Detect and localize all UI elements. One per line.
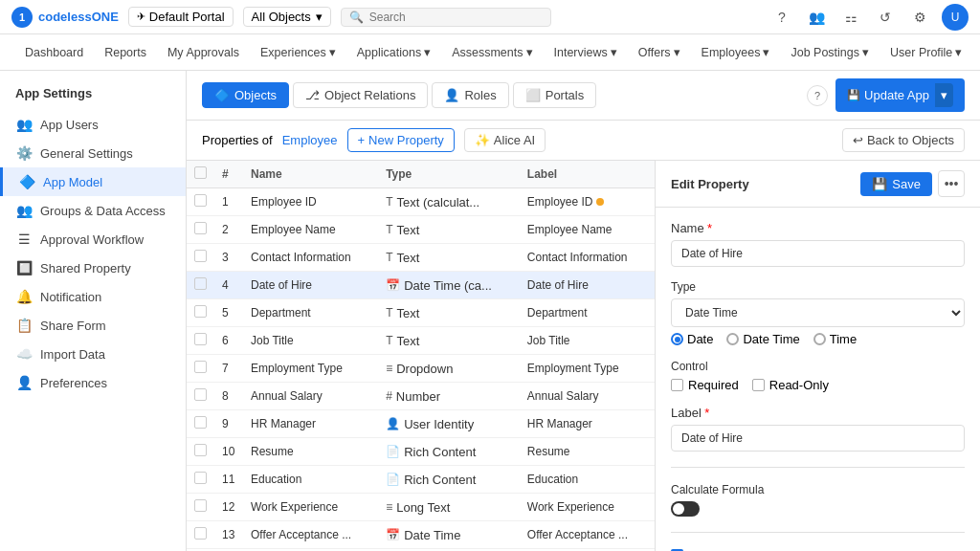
row-checkbox[interactable] [194, 472, 207, 484]
label-input[interactable] [671, 425, 965, 452]
row-checkbox[interactable] [194, 250, 207, 262]
name-input[interactable] [671, 240, 965, 267]
update-app-arrow[interactable]: ▾ [935, 83, 953, 107]
table-row[interactable]: 13 Offer Acceptance ... 📅 Date Time Offe… [187, 521, 655, 549]
update-app-button[interactable]: 💾 Update App ▾ [835, 78, 965, 112]
row-checkbox[interactable] [194, 222, 207, 234]
help-btn[interactable]: ? [769, 5, 794, 30]
search-bar[interactable]: 🔍 [341, 8, 551, 27]
row-checkbox[interactable] [194, 527, 207, 540]
row-label: Contact Information [520, 244, 655, 272]
tab-portals[interactable]: ⬜ Portals [513, 82, 596, 108]
all-objects-label: All Objects [252, 10, 311, 24]
nav-experiences[interactable]: Experiences ▾ [251, 39, 345, 65]
row-name: Employee ID [243, 188, 378, 216]
row-type: 📅 Date Time (ca... [378, 272, 520, 299]
table-row[interactable]: 12 Work Experience ≡ Long Text Work Expe… [187, 494, 655, 521]
nav-assessments[interactable]: Assessments ▾ [442, 39, 542, 65]
table-row[interactable]: 3 Contact Information T Text Contact Inf… [187, 244, 655, 272]
more-options-button[interactable]: ••• [938, 170, 965, 197]
toggle-knob [673, 503, 684, 515]
search-input[interactable] [369, 11, 543, 24]
sidebar-item-shared-property[interactable]: 🔲 Shared Property [0, 253, 186, 282]
select-all-checkbox[interactable] [194, 166, 207, 179]
sidebar-item-general-settings[interactable]: ⚙️ General Settings [0, 139, 186, 167]
all-objects-selector[interactable]: All Objects ▾ [243, 7, 331, 27]
row-checkbox[interactable] [194, 388, 207, 401]
sidebar-item-share-form[interactable]: 📋 Share Form [0, 311, 186, 340]
row-checkbox[interactable] [194, 444, 207, 456]
users-btn[interactable]: 👥 [804, 5, 829, 30]
required-cb [671, 379, 683, 391]
users-icon: 👥 [15, 117, 33, 132]
sidebar-item-import-data[interactable]: ☁️ Import Data [0, 340, 186, 368]
sidebar-item-preferences[interactable]: 👤 Preferences [0, 368, 186, 397]
table-row[interactable]: 9 HR Manager 👤 User Identity HR Manager [187, 410, 655, 438]
required-checkbox[interactable]: Required [671, 378, 739, 392]
row-checkbox[interactable] [194, 499, 207, 512]
row-label: HR Manager [520, 410, 655, 438]
apps-btn[interactable]: ⚏ [838, 5, 863, 30]
table-row[interactable]: 7 Employment Type ≡ Dropdown Employment … [187, 355, 655, 383]
portal-selector[interactable]: ✈ Default Portal [128, 7, 234, 27]
nav-user-profile[interactable]: User Profile ▾ [880, 39, 971, 65]
table-row[interactable]: 11 Education 📄 Rich Content Education [187, 466, 655, 494]
readonly-checkbox[interactable]: Read-Only [752, 378, 829, 392]
row-checkbox[interactable] [194, 305, 207, 318]
row-type: # Number [378, 383, 520, 410]
col-label: Label [520, 161, 655, 188]
row-checkbox[interactable] [194, 277, 207, 290]
sidebar-item-groups-data-access[interactable]: 👥 Groups & Data Access [0, 196, 186, 225]
table-row[interactable]: 8 Annual Salary # Number Annual Salary [187, 383, 655, 410]
nav-interviews[interactable]: Interviews ▾ [545, 39, 627, 65]
sidebar-item-approval-workflow[interactable]: ☰ Approval Workflow [0, 225, 186, 253]
nav-reports[interactable]: Reports [95, 40, 156, 65]
row-name: Work Experience [243, 494, 378, 521]
save-button[interactable]: 💾 Save [860, 172, 932, 196]
user-avatar[interactable]: U [942, 4, 969, 31]
row-checkbox[interactable] [194, 333, 207, 345]
row-name: HR Manager [243, 410, 378, 438]
sidebar-item-app-model[interactable]: 🔷 App Model [0, 167, 186, 196]
sidebar-label-approval-workflow: Approval Workflow [40, 232, 144, 247]
type-select[interactable]: Date Time Date Time [671, 298, 965, 327]
table-row[interactable]: 10 Resume 📄 Rich Content Resume [187, 438, 655, 466]
back-to-objects-button[interactable]: ↩ Back to Objects [842, 128, 965, 152]
table-row[interactable]: 5 Department T Text Department [187, 299, 655, 327]
main-layout: App Settings 👥 App Users ⚙️ General Sett… [0, 71, 980, 551]
table-row[interactable]: 4 Date of Hire 📅 Date Time (ca... Date o… [187, 272, 655, 299]
row-checkbox[interactable] [194, 416, 207, 429]
row-checkbox[interactable] [194, 361, 207, 373]
row-number: 3 [214, 244, 243, 272]
table-row[interactable]: 2 Employee Name T Text Employee Name [187, 216, 655, 244]
formula-toggle-switch[interactable] [671, 501, 700, 517]
type-icon: T Text [386, 306, 419, 320]
history-btn[interactable]: ↺ [873, 5, 898, 30]
help-icon-btn[interactable]: ? [807, 85, 828, 106]
nav-job-postings[interactable]: Job Postings ▾ [781, 39, 879, 65]
nav-offers[interactable]: Offers ▾ [629, 39, 690, 65]
radio-date[interactable]: Date [671, 332, 713, 346]
nav-employees[interactable]: Employees ▾ [692, 39, 780, 65]
nav-dashboard[interactable]: Dashboard [15, 40, 93, 65]
sidebar-item-app-users[interactable]: 👥 App Users [0, 110, 186, 139]
nav-approvals[interactable]: My Approvals [158, 40, 249, 65]
settings-btn[interactable]: ⚙ [907, 5, 932, 30]
table-row[interactable]: 1 Employee ID T Text (calculat... Employ… [187, 188, 655, 216]
radio-datetime[interactable]: Date Time [726, 332, 799, 346]
chevron-down-icon: ▾ [611, 45, 617, 59]
radio-time[interactable]: Time [813, 332, 857, 346]
table-row[interactable]: 6 Job Title T Text Job Title [187, 327, 655, 355]
roles-icon: 👤 [444, 88, 459, 102]
nav-applications[interactable]: Applications ▾ [347, 39, 440, 65]
row-checkbox[interactable] [194, 194, 207, 207]
alice-ai-button[interactable]: ✨ Alice AI [464, 128, 546, 152]
chevron-down-icon: ▾ [862, 45, 869, 59]
tab-objects[interactable]: 🔷 Objects [202, 82, 289, 108]
tab-object-relations[interactable]: ⎇ Object Relations [293, 82, 428, 108]
plus-icon: + [358, 133, 366, 147]
new-property-button[interactable]: + New Property [347, 128, 455, 152]
sidebar-item-notification[interactable]: 🔔 Notification [0, 282, 186, 311]
tab-roles[interactable]: 👤 Roles [432, 82, 508, 108]
chevron-down-icon: ▾ [329, 45, 336, 59]
